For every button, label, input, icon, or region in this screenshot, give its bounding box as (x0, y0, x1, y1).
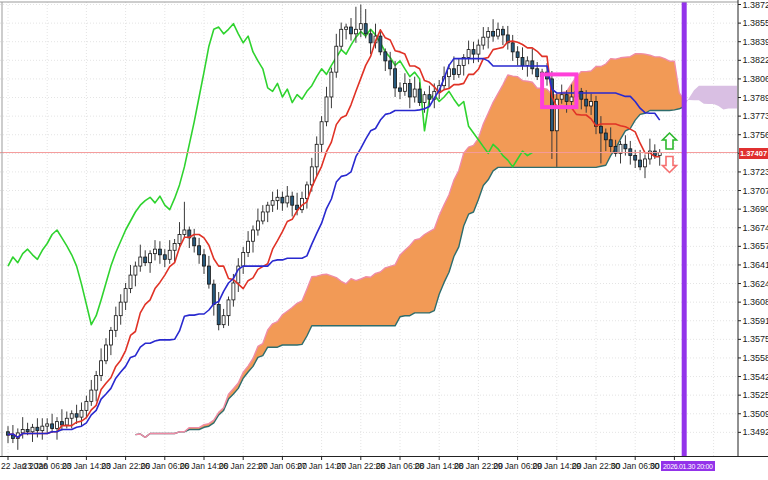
svg-text:1.37235: 1.37235 (743, 167, 768, 177)
svg-text:1.36905: 1.36905 (743, 204, 768, 214)
svg-text:1.36080: 1.36080 (743, 297, 768, 307)
svg-text:1.35420: 1.35420 (743, 372, 768, 382)
price-chart[interactable]: 1.387201.385551.383901.382251.380601.378… (0, 0, 768, 480)
svg-text:1.35585: 1.35585 (743, 353, 768, 363)
svg-text:1.36410: 1.36410 (743, 260, 768, 270)
svg-text:1.34925: 1.34925 (743, 427, 768, 437)
price-axis-labels: 1.387201.385551.383901.382251.380601.378… (743, 0, 768, 437)
time-axis-labels: 22 Jan 202623 Jan 06:0023 Jan 14:0023 Ja… (1, 461, 699, 471)
svg-text:1.38390: 1.38390 (743, 37, 768, 47)
current-time-tag: 2026.01.30 20:00 (661, 461, 715, 471)
svg-text:1.37565: 1.37565 (743, 130, 768, 140)
svg-text:1.38060: 1.38060 (743, 74, 768, 84)
svg-text:1.35750: 1.35750 (743, 334, 768, 344)
svg-text:1.38720: 1.38720 (743, 0, 768, 10)
svg-text:1.36245: 1.36245 (743, 279, 768, 289)
svg-text:1.37895: 1.37895 (743, 93, 768, 103)
current-price-tag: 1.37407 (739, 148, 768, 159)
svg-text:1.35255: 1.35255 (743, 390, 768, 400)
candles (7, 5, 662, 450)
trading-chart-window[interactable]: 1.387201.385551.383901.382251.380601.378… (0, 0, 768, 480)
svg-text:1.37730: 1.37730 (743, 111, 768, 121)
ichimoku-cloud (135, 54, 737, 438)
svg-text:1.38555: 1.38555 (743, 18, 768, 28)
svg-text:1.37070: 1.37070 (743, 186, 768, 196)
svg-text:1.35090: 1.35090 (743, 409, 768, 419)
svg-text:1.35915: 1.35915 (743, 316, 768, 326)
svg-text:1.36575: 1.36575 (743, 241, 768, 251)
svg-text:1.36740: 1.36740 (743, 223, 768, 233)
svg-text:1.38225: 1.38225 (743, 55, 768, 65)
